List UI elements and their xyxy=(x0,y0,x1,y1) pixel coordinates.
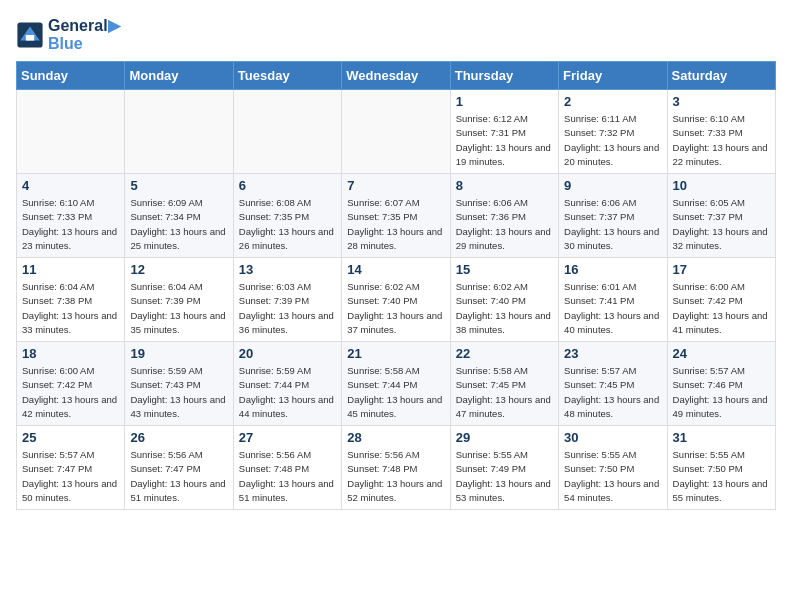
day-info: Sunrise: 5:58 AM Sunset: 7:44 PM Dayligh… xyxy=(347,364,444,421)
header-row: SundayMondayTuesdayWednesdayThursdayFrid… xyxy=(17,62,776,90)
calendar-header: SundayMondayTuesdayWednesdayThursdayFrid… xyxy=(17,62,776,90)
calendar-cell xyxy=(125,90,233,174)
calendar-cell: 22Sunrise: 5:58 AM Sunset: 7:45 PM Dayli… xyxy=(450,342,558,426)
header-day-monday: Monday xyxy=(125,62,233,90)
day-number: 21 xyxy=(347,346,444,361)
day-info: Sunrise: 6:06 AM Sunset: 7:37 PM Dayligh… xyxy=(564,196,661,253)
day-number: 26 xyxy=(130,430,227,445)
day-number: 12 xyxy=(130,262,227,277)
day-info: Sunrise: 6:07 AM Sunset: 7:35 PM Dayligh… xyxy=(347,196,444,253)
calendar-cell: 21Sunrise: 5:58 AM Sunset: 7:44 PM Dayli… xyxy=(342,342,450,426)
day-number: 13 xyxy=(239,262,336,277)
day-info: Sunrise: 5:58 AM Sunset: 7:45 PM Dayligh… xyxy=(456,364,553,421)
day-info: Sunrise: 6:02 AM Sunset: 7:40 PM Dayligh… xyxy=(456,280,553,337)
day-number: 8 xyxy=(456,178,553,193)
day-number: 2 xyxy=(564,94,661,109)
calendar-cell: 3Sunrise: 6:10 AM Sunset: 7:33 PM Daylig… xyxy=(667,90,775,174)
calendar-week-5: 25Sunrise: 5:57 AM Sunset: 7:47 PM Dayli… xyxy=(17,426,776,510)
header-day-thursday: Thursday xyxy=(450,62,558,90)
day-number: 3 xyxy=(673,94,770,109)
calendar-body: 1Sunrise: 6:12 AM Sunset: 7:31 PM Daylig… xyxy=(17,90,776,510)
calendar-cell xyxy=(233,90,341,174)
day-info: Sunrise: 5:56 AM Sunset: 7:47 PM Dayligh… xyxy=(130,448,227,505)
calendar-cell: 12Sunrise: 6:04 AM Sunset: 7:39 PM Dayli… xyxy=(125,258,233,342)
day-info: Sunrise: 6:12 AM Sunset: 7:31 PM Dayligh… xyxy=(456,112,553,169)
day-info: Sunrise: 5:57 AM Sunset: 7:46 PM Dayligh… xyxy=(673,364,770,421)
header-day-saturday: Saturday xyxy=(667,62,775,90)
svg-rect-2 xyxy=(26,35,34,41)
calendar-week-1: 1Sunrise: 6:12 AM Sunset: 7:31 PM Daylig… xyxy=(17,90,776,174)
day-info: Sunrise: 6:04 AM Sunset: 7:39 PM Dayligh… xyxy=(130,280,227,337)
logo-icon xyxy=(16,21,44,49)
day-info: Sunrise: 5:59 AM Sunset: 7:43 PM Dayligh… xyxy=(130,364,227,421)
day-number: 9 xyxy=(564,178,661,193)
day-number: 1 xyxy=(456,94,553,109)
calendar-cell: 2Sunrise: 6:11 AM Sunset: 7:32 PM Daylig… xyxy=(559,90,667,174)
day-info: Sunrise: 6:05 AM Sunset: 7:37 PM Dayligh… xyxy=(673,196,770,253)
calendar-cell: 14Sunrise: 6:02 AM Sunset: 7:40 PM Dayli… xyxy=(342,258,450,342)
calendar-cell: 26Sunrise: 5:56 AM Sunset: 7:47 PM Dayli… xyxy=(125,426,233,510)
day-number: 25 xyxy=(22,430,119,445)
calendar-cell: 6Sunrise: 6:08 AM Sunset: 7:35 PM Daylig… xyxy=(233,174,341,258)
day-info: Sunrise: 6:02 AM Sunset: 7:40 PM Dayligh… xyxy=(347,280,444,337)
calendar-cell: 30Sunrise: 5:55 AM Sunset: 7:50 PM Dayli… xyxy=(559,426,667,510)
day-number: 14 xyxy=(347,262,444,277)
day-info: Sunrise: 6:10 AM Sunset: 7:33 PM Dayligh… xyxy=(673,112,770,169)
day-info: Sunrise: 5:55 AM Sunset: 7:49 PM Dayligh… xyxy=(456,448,553,505)
calendar-cell: 31Sunrise: 5:55 AM Sunset: 7:50 PM Dayli… xyxy=(667,426,775,510)
day-number: 31 xyxy=(673,430,770,445)
day-number: 4 xyxy=(22,178,119,193)
day-number: 7 xyxy=(347,178,444,193)
logo: General▶ Blue xyxy=(16,16,120,53)
header-day-wednesday: Wednesday xyxy=(342,62,450,90)
calendar-cell: 10Sunrise: 6:05 AM Sunset: 7:37 PM Dayli… xyxy=(667,174,775,258)
calendar-cell xyxy=(17,90,125,174)
day-info: Sunrise: 6:08 AM Sunset: 7:35 PM Dayligh… xyxy=(239,196,336,253)
day-number: 15 xyxy=(456,262,553,277)
calendar-week-4: 18Sunrise: 6:00 AM Sunset: 7:42 PM Dayli… xyxy=(17,342,776,426)
day-number: 19 xyxy=(130,346,227,361)
day-number: 27 xyxy=(239,430,336,445)
day-info: Sunrise: 5:55 AM Sunset: 7:50 PM Dayligh… xyxy=(564,448,661,505)
calendar-cell: 28Sunrise: 5:56 AM Sunset: 7:48 PM Dayli… xyxy=(342,426,450,510)
calendar-table: SundayMondayTuesdayWednesdayThursdayFrid… xyxy=(16,61,776,510)
day-number: 20 xyxy=(239,346,336,361)
day-info: Sunrise: 5:57 AM Sunset: 7:47 PM Dayligh… xyxy=(22,448,119,505)
calendar-cell: 9Sunrise: 6:06 AM Sunset: 7:37 PM Daylig… xyxy=(559,174,667,258)
day-number: 22 xyxy=(456,346,553,361)
calendar-cell: 20Sunrise: 5:59 AM Sunset: 7:44 PM Dayli… xyxy=(233,342,341,426)
day-number: 16 xyxy=(564,262,661,277)
day-info: Sunrise: 6:11 AM Sunset: 7:32 PM Dayligh… xyxy=(564,112,661,169)
header-day-friday: Friday xyxy=(559,62,667,90)
calendar-cell: 27Sunrise: 5:56 AM Sunset: 7:48 PM Dayli… xyxy=(233,426,341,510)
calendar-cell: 1Sunrise: 6:12 AM Sunset: 7:31 PM Daylig… xyxy=(450,90,558,174)
day-number: 29 xyxy=(456,430,553,445)
header-day-sunday: Sunday xyxy=(17,62,125,90)
day-info: Sunrise: 6:09 AM Sunset: 7:34 PM Dayligh… xyxy=(130,196,227,253)
calendar-cell: 5Sunrise: 6:09 AM Sunset: 7:34 PM Daylig… xyxy=(125,174,233,258)
calendar-cell: 13Sunrise: 6:03 AM Sunset: 7:39 PM Dayli… xyxy=(233,258,341,342)
calendar-cell: 19Sunrise: 5:59 AM Sunset: 7:43 PM Dayli… xyxy=(125,342,233,426)
day-number: 10 xyxy=(673,178,770,193)
day-info: Sunrise: 5:56 AM Sunset: 7:48 PM Dayligh… xyxy=(239,448,336,505)
day-number: 18 xyxy=(22,346,119,361)
day-info: Sunrise: 5:55 AM Sunset: 7:50 PM Dayligh… xyxy=(673,448,770,505)
day-number: 6 xyxy=(239,178,336,193)
day-info: Sunrise: 6:06 AM Sunset: 7:36 PM Dayligh… xyxy=(456,196,553,253)
calendar-cell: 18Sunrise: 6:00 AM Sunset: 7:42 PM Dayli… xyxy=(17,342,125,426)
day-number: 17 xyxy=(673,262,770,277)
day-number: 5 xyxy=(130,178,227,193)
calendar-cell: 29Sunrise: 5:55 AM Sunset: 7:49 PM Dayli… xyxy=(450,426,558,510)
logo-text: General▶ Blue xyxy=(48,16,120,53)
calendar-cell: 11Sunrise: 6:04 AM Sunset: 7:38 PM Dayli… xyxy=(17,258,125,342)
day-info: Sunrise: 6:01 AM Sunset: 7:41 PM Dayligh… xyxy=(564,280,661,337)
day-info: Sunrise: 6:00 AM Sunset: 7:42 PM Dayligh… xyxy=(22,364,119,421)
calendar-cell: 17Sunrise: 6:00 AM Sunset: 7:42 PM Dayli… xyxy=(667,258,775,342)
day-info: Sunrise: 6:03 AM Sunset: 7:39 PM Dayligh… xyxy=(239,280,336,337)
calendar-cell xyxy=(342,90,450,174)
calendar-cell: 16Sunrise: 6:01 AM Sunset: 7:41 PM Dayli… xyxy=(559,258,667,342)
day-info: Sunrise: 6:04 AM Sunset: 7:38 PM Dayligh… xyxy=(22,280,119,337)
day-info: Sunrise: 5:56 AM Sunset: 7:48 PM Dayligh… xyxy=(347,448,444,505)
calendar-week-2: 4Sunrise: 6:10 AM Sunset: 7:33 PM Daylig… xyxy=(17,174,776,258)
calendar-week-3: 11Sunrise: 6:04 AM Sunset: 7:38 PM Dayli… xyxy=(17,258,776,342)
